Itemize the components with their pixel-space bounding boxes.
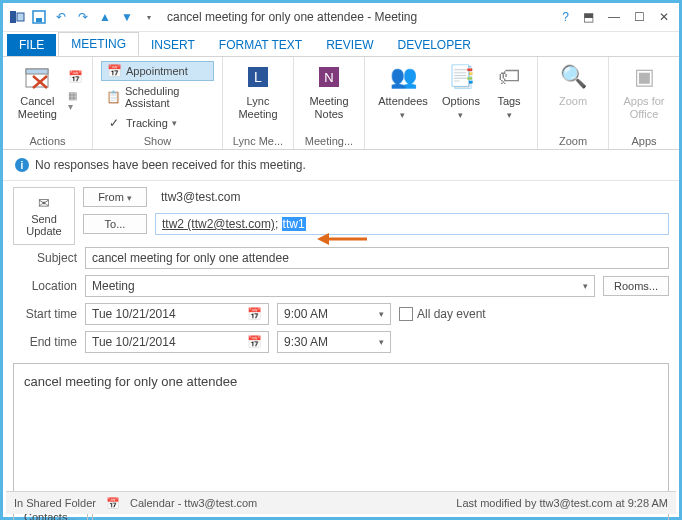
tracking-label: Tracking [126,117,168,129]
message-body[interactable]: cancel meeting for only one attendee [13,363,669,497]
group-show-label: Show [101,135,214,147]
info-bar: i No responses have been received for th… [3,150,679,181]
notes-label: Meeting Notes [309,95,348,121]
status-bar: In Shared Folder 📅 Calendar - ttw3@test.… [6,491,676,514]
qat-more-icon[interactable]: ▾ [141,9,157,25]
window-title: cancel meeting for only one attendee - M… [157,10,562,24]
group-notes: N Meeting Notes Meeting... [294,57,365,149]
svg-rect-1 [17,13,24,21]
save-icon[interactable] [31,9,47,25]
info-icon: i [15,158,29,172]
to-recipient-1[interactable]: ttw2 (ttw2@test.com) [162,217,275,231]
svg-rect-5 [26,69,48,74]
location-caret-icon: ▾ [583,281,588,291]
appointment-label: Appointment [126,65,188,77]
svg-text:N: N [324,70,333,85]
tags-button[interactable]: 🏷 Tags▾ [489,61,529,122]
outlook-icon [9,9,25,25]
tags-label: Tags▾ [497,95,520,122]
rooms-button[interactable]: Rooms... [603,276,669,296]
svg-rect-3 [36,18,42,22]
meeting-window: ↶ ↷ ▲ ▼ ▾ cancel meeting for only one at… [0,0,682,520]
from-button[interactable]: From ▾ [83,187,147,207]
attendees-icon: 👥 [387,61,419,93]
tab-review[interactable]: REVIEW [314,34,385,56]
ribbon-tabs: FILE MEETING INSERT FORMAT TEXT REVIEW D… [3,32,679,56]
tracking-button[interactable]: ✓ Tracking ▾ [101,113,214,133]
redo-icon[interactable]: ↷ [75,9,91,25]
lync-meeting-button[interactable]: L Lync Meeting [231,61,285,121]
minimize-icon[interactable]: ― [608,10,620,24]
group-notes-label: Meeting... [302,135,356,147]
scheduling-assistant-button[interactable]: 📋 Scheduling Assistant [101,83,214,111]
tab-format-text[interactable]: FORMAT TEXT [207,34,314,56]
help-icon[interactable]: ? [562,10,569,24]
tracking-icon: ✓ [106,115,122,131]
end-time-label: End time [13,335,77,349]
cancel-meeting-icon [21,61,53,93]
start-time-label: Start time [13,307,77,321]
all-day-checkbox[interactable]: All day event [399,307,486,321]
next-icon[interactable]: ▼ [119,9,135,25]
to-recipient-2[interactable]: ttw1 [282,217,306,231]
to-button[interactable]: To... [83,214,147,234]
calendar-small-icon[interactable]: ▦ ▾ [68,90,84,112]
close-icon[interactable]: ✕ [659,10,669,24]
quick-access-toolbar: ↶ ↷ ▲ ▼ ▾ [3,9,157,25]
appointment-button[interactable]: 📅 Appointment [101,61,214,81]
tab-developer[interactable]: DEVELOPER [386,34,483,56]
to-field[interactable]: ttw2 (ttw2@test.com); ttw1 [155,213,669,235]
onenote-icon: N [313,61,345,93]
end-date-field[interactable]: Tue 10/21/2014📅 [85,331,269,353]
tracking-caret-icon: ▾ [172,118,177,128]
titlebar: ↶ ↷ ▲ ▼ ▾ cancel meeting for only one at… [3,3,679,32]
options-label: Options▾ [442,95,480,122]
send-update-button[interactable]: ✉ Send Update [13,187,75,245]
group-lync: L Lync Meeting Lync Me... [223,57,294,149]
send-label: Send Update [26,213,61,237]
options-button[interactable]: 📑 Options▾ [435,61,487,122]
tab-insert[interactable]: INSERT [139,34,207,56]
tab-meeting[interactable]: MEETING [58,32,139,56]
lync-icon: L [242,61,274,93]
start-date-field[interactable]: Tue 10/21/2014📅 [85,303,269,325]
subject-label: Subject [13,251,77,265]
status-folder: In Shared Folder [14,497,96,509]
prev-icon[interactable]: ▲ [97,9,113,25]
form-lower: Subject cancel meeting for only one atte… [3,245,679,353]
calendar-forward-icon[interactable]: 📅 [68,70,84,84]
group-lync-label: Lync Me... [231,135,285,147]
form-area: ✉ Send Update From ▾ ttw3@test.com To...… [3,181,679,245]
apps-button[interactable]: ▣ Apps for Office [617,61,671,121]
meeting-notes-button[interactable]: N Meeting Notes [302,61,356,121]
maximize-icon[interactable]: ☐ [634,10,645,24]
group-show: 📅 Appointment 📋 Scheduling Assistant ✓ T… [93,57,223,149]
subject-field[interactable]: cancel meeting for only one attendee [85,247,669,269]
from-value: ttw3@test.com [155,187,669,207]
cancel-meeting-button[interactable]: Cancel Meeting [11,61,64,121]
group-apps: ▣ Apps for Office Apps [609,57,679,149]
group-apps-label: Apps [617,135,671,147]
svg-text:L: L [254,69,262,85]
attendees-button[interactable]: 👥 Attendees▾ [373,61,433,122]
undo-icon[interactable]: ↶ [53,9,69,25]
zoom-button[interactable]: 🔍 Zoom [546,61,600,108]
end-time-field[interactable]: 9:30 AM▾ [277,331,391,353]
status-calendar: Calendar - ttw3@test.com [130,497,257,509]
calendar-icon[interactable]: 📅 [247,307,262,321]
lync-label: Lync Meeting [238,95,277,121]
appointment-icon: 📅 [106,63,122,79]
tab-file[interactable]: FILE [7,34,56,56]
location-field[interactable]: Meeting ▾ [85,275,595,297]
scheduling-icon: 📋 [106,89,121,105]
cancel-meeting-label: Cancel Meeting [18,95,57,121]
tags-icon: 🏷 [493,61,525,93]
location-label: Location [13,279,77,293]
status-modified: Last modified by ttw3@test.com at 9:28 A… [456,497,668,509]
info-text: No responses have been received for this… [35,158,306,172]
zoom-icon: 🔍 [557,61,589,93]
start-time-field[interactable]: 9:00 AM▾ [277,303,391,325]
calendar-icon[interactable]: 📅 [247,335,262,349]
ribbon-toggle-icon[interactable]: ⬒ [583,10,594,24]
zoom-label: Zoom [559,95,587,108]
